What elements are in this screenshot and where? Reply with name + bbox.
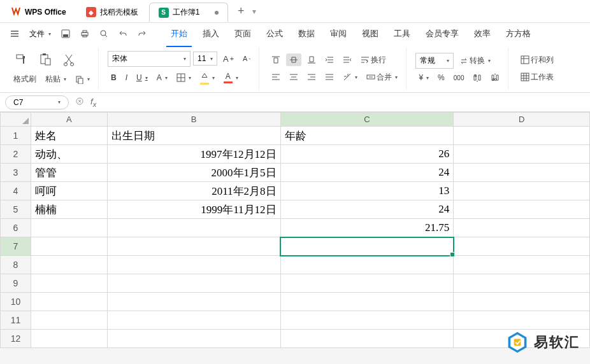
active-cell[interactable] <box>280 237 454 256</box>
cell[interactable] <box>454 274 590 293</box>
cell[interactable]: 管管 <box>31 164 107 182</box>
cell[interactable]: 1997年12月12日 <box>107 145 280 164</box>
italic-button[interactable]: I <box>122 71 131 84</box>
cell[interactable]: 24 <box>280 164 454 182</box>
fill-color-button[interactable]: ▾ <box>197 69 218 87</box>
row-header[interactable]: 5 <box>1 200 31 219</box>
cell[interactable]: 年龄 <box>280 127 454 145</box>
menu-fanggexi[interactable]: 方方格 <box>498 24 538 43</box>
cell[interactable] <box>454 200 590 219</box>
preview-button[interactable] <box>96 27 112 41</box>
cell[interactable] <box>31 293 107 311</box>
row-header[interactable]: 11 <box>1 311 31 330</box>
sheet-button[interactable]: 工作表 <box>517 70 557 85</box>
cell[interactable] <box>31 274 107 293</box>
cell[interactable] <box>107 237 280 256</box>
select-all-corner[interactable] <box>1 113 31 127</box>
cell[interactable]: 2011年2月8日 <box>107 182 280 200</box>
cut-button[interactable] <box>59 50 80 69</box>
cell[interactable] <box>31 330 107 348</box>
cell[interactable]: 2000年1月5日 <box>107 164 280 182</box>
menu-view[interactable]: 视图 <box>354 24 386 43</box>
menu-data[interactable]: 数据 <box>291 24 322 43</box>
cell[interactable]: 13 <box>280 182 454 200</box>
menu-formula[interactable]: 公式 <box>259 24 291 43</box>
cell[interactable] <box>280 330 454 348</box>
cell[interactable] <box>31 219 107 237</box>
font-name-select[interactable]: 宋体▾ <box>108 51 191 67</box>
cell[interactable] <box>454 256 590 274</box>
underline-button[interactable]: U▾ <box>133 71 151 84</box>
menu-review[interactable]: 审阅 <box>322 24 354 43</box>
redo-button[interactable] <box>134 27 150 41</box>
app-tab[interactable]: WPS Office <box>2 3 75 22</box>
col-header-B[interactable]: B <box>107 113 280 127</box>
border-button[interactable]: ▾ <box>173 71 194 84</box>
row-header[interactable]: 7 <box>1 237 31 256</box>
cell[interactable] <box>280 311 454 330</box>
cell[interactable] <box>280 274 454 293</box>
col-header-C[interactable]: C <box>280 113 454 127</box>
cancel-formula-icon[interactable] <box>75 97 84 108</box>
formula-input[interactable] <box>103 97 585 107</box>
row-header[interactable]: 9 <box>1 274 31 293</box>
cell[interactable] <box>31 256 107 274</box>
merge-button[interactable]: 合并▾ <box>363 70 401 85</box>
template-tab[interactable]: ◆ 找稻壳模板 <box>77 3 147 22</box>
cell[interactable] <box>280 256 454 274</box>
col-header-D[interactable]: D <box>454 113 590 127</box>
menu-tools[interactable]: 工具 <box>386 24 418 43</box>
percent-button[interactable]: % <box>435 71 448 84</box>
cell[interactable]: 21.75 <box>280 219 454 237</box>
cell[interactable] <box>454 219 590 237</box>
menu-member[interactable]: 会员专享 <box>418 24 466 43</box>
cell[interactable] <box>107 219 280 237</box>
menu-start[interactable]: 开始 <box>163 24 195 43</box>
font-decrease-button[interactable]: A- <box>240 53 254 64</box>
comma-button[interactable]: 000 <box>450 73 468 83</box>
cell[interactable] <box>454 311 590 330</box>
cell[interactable]: 楠楠 <box>31 200 107 219</box>
transform-button[interactable]: 转换▾ <box>456 53 494 68</box>
align-top-button[interactable] <box>268 53 284 66</box>
menu-efficiency[interactable]: 效率 <box>466 24 498 43</box>
clipboard-more-button[interactable]: ▾ <box>72 73 93 86</box>
rowcol-button[interactable]: 行和列 <box>517 53 557 67</box>
new-tab-button[interactable]: + <box>232 3 250 20</box>
paste-label[interactable]: 粘贴▾ <box>42 72 69 87</box>
cell[interactable]: 24 <box>280 200 454 219</box>
menu-page[interactable]: 页面 <box>227 24 259 43</box>
cell[interactable] <box>280 293 454 311</box>
cell[interactable]: 出生日期 <box>107 127 280 145</box>
cell[interactable] <box>454 293 590 311</box>
cell[interactable]: 1999年11月12日 <box>107 200 280 219</box>
cell[interactable]: 姓名 <box>31 127 107 145</box>
cell[interactable] <box>107 256 280 274</box>
menu-insert[interactable]: 插入 <box>195 24 227 43</box>
menu-button[interactable] <box>6 27 23 41</box>
row-header[interactable]: 12 <box>1 330 31 348</box>
tab-menu-button[interactable]: ▾ <box>252 7 256 16</box>
align-middle-button[interactable] <box>286 53 301 66</box>
undo-button[interactable] <box>115 27 131 41</box>
wrap-button[interactable]: 换行 <box>357 53 389 67</box>
cell[interactable] <box>454 237 590 256</box>
strikethrough-button[interactable]: A▾ <box>154 71 171 84</box>
cell[interactable] <box>107 311 280 330</box>
align-bottom-button[interactable] <box>304 53 319 66</box>
save-button[interactable] <box>57 27 74 41</box>
cell[interactable] <box>31 311 107 330</box>
row-header[interactable]: 1 <box>1 127 31 145</box>
format-painter-button[interactable] <box>10 50 32 69</box>
print-button[interactable] <box>76 27 93 41</box>
cell-reference-input[interactable]: C7▾ <box>5 95 69 109</box>
cell[interactable]: 26 <box>280 145 454 164</box>
align-center-button[interactable] <box>286 71 301 83</box>
row-header[interactable]: 3 <box>1 164 31 182</box>
paste-button[interactable] <box>34 50 56 69</box>
bold-button[interactable]: B <box>108 71 120 84</box>
font-color-button[interactable]: A▾ <box>220 70 241 85</box>
document-tab[interactable]: S 工作簿1 <box>149 3 229 22</box>
decimal-increase-button[interactable]: .00 <box>487 71 503 84</box>
row-header[interactable]: 4 <box>1 182 31 200</box>
